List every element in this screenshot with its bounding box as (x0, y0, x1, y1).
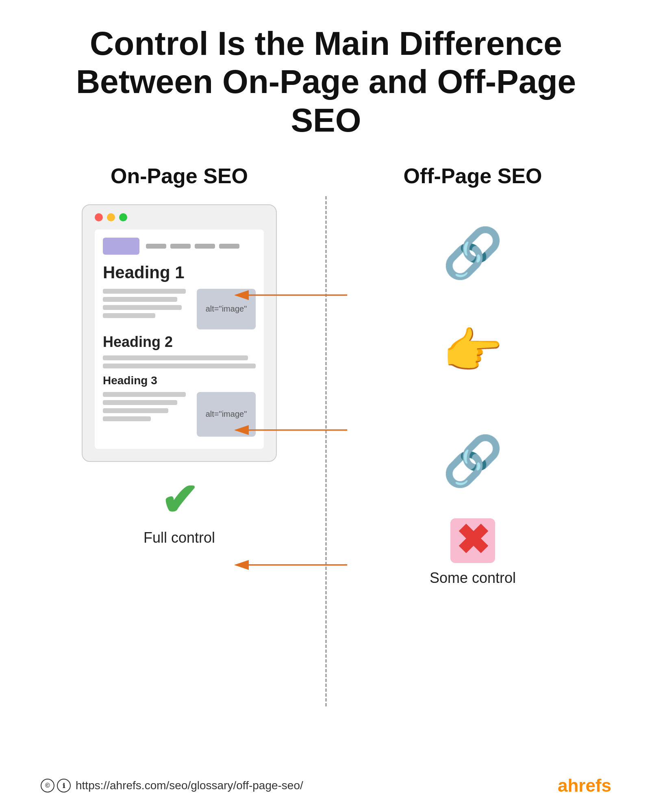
text-line (103, 416, 151, 421)
url-dash-4 (219, 244, 239, 249)
url-dash-2 (170, 244, 191, 249)
text-lines-1 (103, 289, 190, 318)
text-line (103, 355, 248, 360)
dot-red (95, 213, 103, 221)
footer-left: © ℹ https://ahrefs.com/seo/glossary/off-… (41, 779, 303, 793)
right-icon-row-3: 🔗 (442, 433, 503, 490)
left-column-header: On-Page SEO (111, 164, 248, 188)
divider (325, 196, 327, 706)
browser-window: Heading 1 alt="image" (82, 204, 277, 462)
left-column: On-Page SEO (33, 164, 326, 767)
text-line (103, 313, 155, 318)
alt-label-1: alt="image" (206, 304, 247, 314)
info-icon: ℹ (57, 779, 71, 793)
link-icon-2: 🔗 (442, 433, 503, 490)
text-line (103, 392, 186, 397)
content-row-2: alt="image" (103, 392, 256, 437)
right-control-area: ✖ Some control (430, 518, 516, 587)
left-control-label: Full control (143, 529, 215, 546)
heading2: Heading 2 (103, 333, 256, 351)
right-icon-row-2: 👉 (442, 323, 503, 380)
heading1: Heading 1 (103, 263, 256, 282)
url-bar-lines (146, 244, 256, 249)
link-icon-1: 🔗 (442, 225, 503, 282)
footer: © ℹ https://ahrefs.com/seo/glossary/off-… (33, 767, 619, 796)
content-row-1: alt="image" (103, 289, 256, 329)
url-bar-area (103, 238, 256, 255)
dot-green (119, 213, 127, 221)
browser-dots (95, 213, 264, 221)
checkmark-icon: ✔ (161, 478, 198, 523)
cc-icon: © (41, 779, 54, 793)
right-column-header: Off-Page SEO (404, 164, 542, 188)
dot-yellow (107, 213, 115, 221)
text-line (103, 297, 177, 302)
main-container: Control Is the Main Difference Between O… (0, 0, 652, 812)
ahrefs-logo: ahrefs (558, 775, 611, 796)
right-icon-row-1: 🔗 (442, 225, 503, 282)
page-content: Heading 1 alt="image" (95, 230, 264, 449)
text-line (103, 289, 186, 294)
text-line (103, 400, 177, 405)
footer-url: https://ahrefs.com/seo/glossary/off-page… (76, 779, 303, 792)
url-dash-3 (195, 244, 215, 249)
text-lines-2 (103, 355, 256, 368)
url-dash-1 (146, 244, 166, 249)
footer-icons: © ℹ (41, 779, 71, 793)
right-icons: 🔗 👉 🔗 (334, 204, 611, 502)
text-lines-3 (103, 392, 190, 421)
xmark-icon: ✖ (450, 518, 495, 563)
text-line (103, 364, 256, 368)
alt-label-2: alt="image" (206, 409, 247, 419)
left-control-area: ✔ Full control (143, 478, 215, 546)
url-bar-purple (103, 238, 139, 255)
main-title: Control Is the Main Difference Between O… (62, 24, 590, 139)
alt-image-box-2: alt="image" (197, 392, 256, 437)
text-line (103, 408, 168, 413)
text-line (103, 305, 182, 310)
alt-image-box-1: alt="image" (197, 289, 256, 329)
hand-icon: 👉 (442, 323, 503, 380)
right-control-label: Some control (430, 569, 516, 587)
heading3: Heading 3 (103, 374, 256, 387)
right-column: Off-Page SEO 🔗 👉 🔗 ✖ Some contr (326, 164, 619, 767)
diagram-wrapper: On-Page SEO (33, 164, 619, 767)
